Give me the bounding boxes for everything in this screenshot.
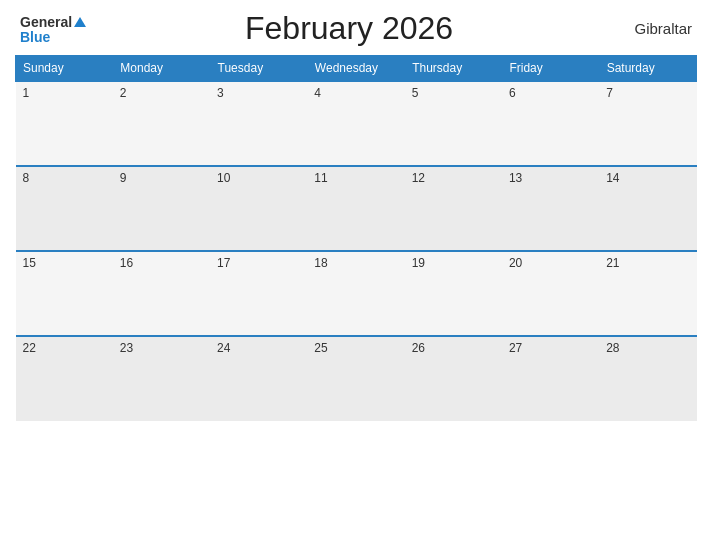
day-19: 19 (405, 251, 502, 336)
day-21: 21 (599, 251, 696, 336)
day-11: 11 (307, 166, 404, 251)
page-title: February 2026 (86, 10, 612, 47)
day-24: 24 (210, 336, 307, 421)
logo-blue-text: Blue (20, 30, 86, 44)
col-thursday: Thursday (405, 56, 502, 82)
day-5: 5 (405, 81, 502, 166)
day-12: 12 (405, 166, 502, 251)
col-saturday: Saturday (599, 56, 696, 82)
day-9: 9 (113, 166, 210, 251)
page-header: General Blue February 2026 Gibraltar (15, 10, 697, 47)
day-20: 20 (502, 251, 599, 336)
day-22: 22 (16, 336, 113, 421)
day-17: 17 (210, 251, 307, 336)
col-sunday: Sunday (16, 56, 113, 82)
day-4: 4 (307, 81, 404, 166)
day-13: 13 (502, 166, 599, 251)
logo-triangle-icon (74, 17, 86, 27)
calendar-week-2: 8 9 10 11 12 13 14 (16, 166, 697, 251)
calendar-week-3: 15 16 17 18 19 20 21 (16, 251, 697, 336)
day-14: 14 (599, 166, 696, 251)
day-25: 25 (307, 336, 404, 421)
calendar-page: General Blue February 2026 Gibraltar Sun… (0, 0, 712, 550)
day-2: 2 (113, 81, 210, 166)
day-27: 27 (502, 336, 599, 421)
region-label: Gibraltar (612, 20, 692, 37)
day-8: 8 (16, 166, 113, 251)
col-friday: Friday (502, 56, 599, 82)
calendar-header-row: Sunday Monday Tuesday Wednesday Thursday… (16, 56, 697, 82)
day-10: 10 (210, 166, 307, 251)
day-1: 1 (16, 81, 113, 166)
logo-general-text: General (20, 14, 86, 30)
logo: General Blue (20, 14, 86, 44)
day-16: 16 (113, 251, 210, 336)
calendar-week-1: 1 2 3 4 5 6 7 (16, 81, 697, 166)
day-26: 26 (405, 336, 502, 421)
day-3: 3 (210, 81, 307, 166)
day-6: 6 (502, 81, 599, 166)
day-18: 18 (307, 251, 404, 336)
col-tuesday: Tuesday (210, 56, 307, 82)
col-monday: Monday (113, 56, 210, 82)
day-28: 28 (599, 336, 696, 421)
calendar-table: Sunday Monday Tuesday Wednesday Thursday… (15, 55, 697, 421)
day-15: 15 (16, 251, 113, 336)
day-23: 23 (113, 336, 210, 421)
calendar-week-4: 22 23 24 25 26 27 28 (16, 336, 697, 421)
col-wednesday: Wednesday (307, 56, 404, 82)
day-7: 7 (599, 81, 696, 166)
